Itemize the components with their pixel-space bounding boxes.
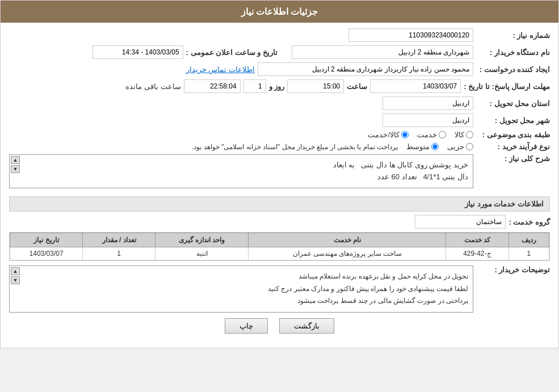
mohlat-label: مهلت ارسال پاسخ: تا تاریخ : <box>464 82 550 91</box>
description-box: ▲ ▼ تحویل در محل کرایه حمل و نقل برعهده … <box>9 265 473 313</box>
ostan-label: استان محل تحویل : <box>476 99 550 108</box>
col-kod: کد خدمت <box>446 233 508 247</box>
scroll-up-btn[interactable]: ▲ <box>11 156 20 164</box>
info-section-title: اطلاعات خدمات مورد نیاز <box>9 196 550 212</box>
navoe-label: نوع فرآیند خرید : <box>476 142 550 151</box>
navoe-row: نوع فرآیند خرید : جزیی متوسط پرداخت تمام… <box>9 142 550 151</box>
sharh-text: خرید پوشش روی کابال ها دال بتنی به ابعاد… <box>14 159 468 183</box>
desc-scroll-arrows: ▲ ▼ <box>11 267 20 284</box>
col-vahed: واحد اندازه گیری <box>155 233 249 247</box>
ostan-input[interactable] <box>383 96 473 110</box>
ijad-row: ایجاد کننده درخواست : اطلاعات تماس خریدا… <box>9 62 550 76</box>
cell-tarikh: 1403/03/07 <box>10 247 83 260</box>
ijad-label: ایجاد کننده درخواست : <box>476 65 550 74</box>
col-tedad: تعداد / مقدار <box>83 233 155 247</box>
navoe-motevaset-item[interactable]: متوسط <box>406 142 439 151</box>
tosaif-text: تحویل در محل کرایه حمل و نقل برعهده برند… <box>14 271 468 307</box>
ostan-row: استان محل تحویل : <box>9 96 550 110</box>
tabaqe-kala-item[interactable]: کالا <box>455 130 473 139</box>
shahr-row: شهر محل تحویل : <box>9 113 550 127</box>
scroll-down-btn[interactable]: ▼ <box>11 165 20 173</box>
desc-scroll-up[interactable]: ▲ <box>11 267 20 275</box>
mohlat-baqi-input[interactable] <box>184 79 241 93</box>
desc-scroll-down[interactable]: ▼ <box>11 276 20 284</box>
scroll-arrows: ▲ ▼ <box>11 156 20 173</box>
chap-button[interactable]: چاپ <box>225 318 268 334</box>
cell-nam: ساخت سایر پروژه‌های مهندسی عمران <box>249 247 446 260</box>
saat-label: ساعت <box>347 82 367 91</box>
tabaqe-kala-khadamat-label: کالا/خدمت <box>368 130 400 139</box>
col-tarikh: تاریخ نیاز <box>10 233 83 247</box>
tabaqe-kala-khadamat-radio[interactable] <box>401 131 409 138</box>
navoe-radio-group: جزیی متوسط <box>406 142 473 151</box>
nam-dastgah-label: نام دستگاه خریدار : <box>476 48 550 57</box>
page-header: جزئیات اطلاعات نیاز <box>1 1 558 23</box>
ijad-input[interactable] <box>258 62 473 76</box>
tabaqe-kala-khadamat-item[interactable]: کالا/خدمت <box>368 130 409 139</box>
tabaqe-label: طبقه بندی موضوعی : <box>476 130 550 139</box>
cell-vahed: اتنبه <box>155 247 249 260</box>
shahr-input[interactable] <box>383 113 473 127</box>
tabaqe-khadamat-label: خدمت <box>417 130 437 139</box>
shomare-niaz-label: شماره نیاز : <box>476 31 550 40</box>
tabaqe-kala-radio[interactable] <box>466 131 473 138</box>
cell-tedad: 1 <box>83 247 155 260</box>
page-container: جزئیات اطلاعات نیاز شماره نیاز : نام دست… <box>0 0 559 348</box>
tabaqe-khadamat-item[interactable]: خدمت <box>417 130 446 139</box>
navoe-motevaset-radio[interactable] <box>431 143 439 150</box>
table-row: 1ج-42-429ساخت سایر پروژه‌های مهندسی عمرا… <box>10 247 549 260</box>
baqi-label: ساعت باقی مانده <box>125 82 180 91</box>
cell-radif: 1 <box>508 247 549 260</box>
tabaqe-row: طبقه بندی موضوعی : کالا خدمت کالا/خدمت <box>9 130 550 139</box>
grooh-label: گروه خدمت : <box>508 218 550 226</box>
mohlat-date-input[interactable] <box>370 79 461 93</box>
sharh-box: ▲ ▼ خرید پوشش روی کابال ها دال بتنی به ا… <box>9 154 473 188</box>
tosaif-label: توضیحات خریدار : <box>476 265 550 274</box>
nam-dastgah-row: نام دستگاه خریدار : تاریخ و ساعت اعلان ع… <box>9 45 550 59</box>
col-radif: ردیف <box>508 233 549 247</box>
rooz-label: روز و <box>269 82 285 91</box>
grooh-row: گروه خدمت : <box>9 215 550 229</box>
mohlat-saat-input[interactable] <box>287 79 344 93</box>
navoe-jozee-radio[interactable] <box>466 143 473 150</box>
tabaqe-radio-group: کالا خدمت کالا/خدمت <box>368 130 473 139</box>
main-content: شماره نیاز : نام دستگاه خریدار : تاریخ و… <box>1 23 558 348</box>
sharh-row: شرح کلی نیاز : ▲ ▼ خرید پوشش روی کابال ه… <box>9 154 550 192</box>
navoe-note: پرداخت تمام یا بخشی از مبلغ خریداز محل "… <box>192 143 398 151</box>
services-table-container: ردیف کد خدمت نام خدمت واحد اندازه گیری ت… <box>9 232 550 261</box>
shomare-niaz-input[interactable] <box>348 28 473 42</box>
shahr-label: شهر محل تحویل : <box>476 116 550 125</box>
nam-dastgah-input[interactable] <box>292 45 473 59</box>
tarikh-input[interactable] <box>93 45 183 59</box>
sharh-label: شرح کلی نیاز : <box>476 154 550 163</box>
tosaif-row: توضیحات خریدار : ▲ ▼ تحویل در محل کرایه … <box>9 265 550 313</box>
shomare-niaz-row: شماره نیاز : <box>9 28 550 42</box>
navoe-jozee-item[interactable]: جزیی <box>447 142 473 151</box>
col-nam: نام خدمت <box>249 233 446 247</box>
page-title: جزئیات اطلاعات نیاز <box>241 7 318 16</box>
bazgasht-button[interactable]: بازگشت <box>279 318 334 334</box>
tabaqe-khadamat-radio[interactable] <box>439 131 446 138</box>
navoe-motevaset-label: متوسط <box>406 142 430 151</box>
navoe-jozee-label: جزیی <box>447 142 464 151</box>
grooh-input[interactable] <box>415 215 506 229</box>
button-row: بازگشت چاپ <box>9 318 550 342</box>
tabaqe-kala-label: کالا <box>455 130 464 139</box>
cell-kod: ج-42-429 <box>446 247 508 260</box>
tarikh-label: تاریخ و ساعت اعلان عمومی : <box>186 48 278 57</box>
ettelaat-link[interactable]: اطلاعات تماس خریدار <box>186 65 255 74</box>
mohlat-row: مهلت ارسال پاسخ: تا تاریخ : ساعت روز و س… <box>9 79 550 93</box>
mohlat-rooz-input[interactable] <box>243 79 266 93</box>
services-table: ردیف کد خدمت نام خدمت واحد اندازه گیری ت… <box>10 233 549 260</box>
